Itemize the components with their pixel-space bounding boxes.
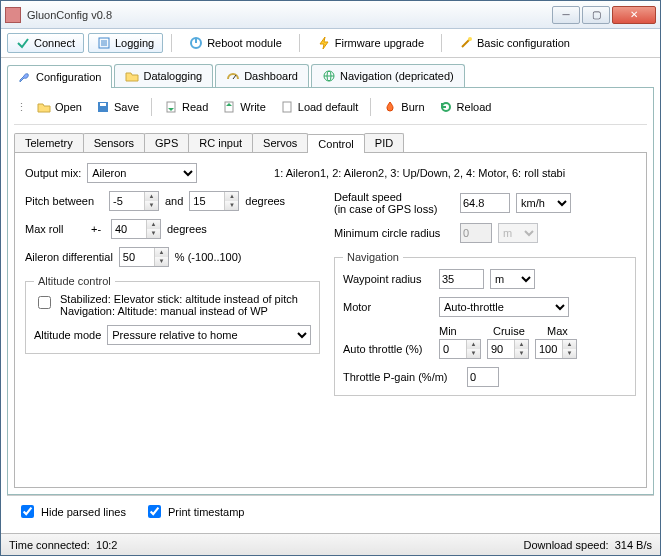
default-speed-unit-select[interactable]: km/h [516,193,571,213]
logging-button[interactable]: Logging [88,33,163,53]
basic-config-button[interactable]: Basic configuration [450,33,579,53]
up-arrow-icon[interactable]: ▲ [144,192,158,201]
top-tabs: Configuration Datalogging Dashboard Navi… [7,64,654,87]
pitch-max-spinner[interactable]: ▲▼ [189,191,239,211]
statusbar: Time connected: 10:2 Download speed: 314… [1,533,660,555]
auto-throttle-cruise-spinner[interactable]: ▲▼ [487,339,529,359]
auto-throttle-label: Auto throttle (%) [343,343,433,355]
hide-parsed-checkbox-label[interactable]: Hide parsed lines [17,502,126,521]
tab-rc-input[interactable]: RC input [188,133,253,152]
main-toolbar: Connect Logging Reboot module Firmware u… [1,29,660,58]
aileron-diff-spinner[interactable]: ▲▼ [119,247,169,267]
wand-icon [459,36,473,50]
minimize-button[interactable]: ─ [552,6,580,24]
app-icon [5,7,21,23]
lightning-icon [317,36,331,50]
tab-datalogging[interactable]: Datalogging [114,64,213,87]
output-mix-legend: 1: Aileron1, 2: Aileron2, 3: Up/Down, 2,… [203,167,636,179]
tab-configuration[interactable]: Configuration [7,65,112,88]
wrench-icon [18,70,32,84]
tab-navigation[interactable]: Navigation (depricated) [311,64,465,87]
throttle-pgain-input[interactable] [467,367,499,387]
auto-throttle-max-spinner[interactable]: ▲▼ [535,339,577,359]
reload-button[interactable]: Reload [433,98,498,116]
svg-point-7 [468,37,472,41]
max-roll-spinner[interactable]: ▲▼ [111,219,161,239]
up-arrow-icon[interactable]: ▲ [154,248,168,257]
window-title: GluonConfig v0.8 [27,9,552,21]
pitch-between-label: Pitch between [25,195,103,207]
content-area: Configuration Datalogging Dashboard Navi… [1,58,660,533]
reboot-button[interactable]: Reboot module [180,33,291,53]
aileron-diff-label: Aileron differential [25,251,113,263]
down-arrow-icon[interactable]: ▼ [144,201,158,210]
disk-icon [96,100,110,114]
pitch-min-spinner[interactable]: ▲▼ [109,191,159,211]
hide-parsed-checkbox[interactable] [21,505,34,518]
altitude-control-legend: Altitude control [34,275,115,287]
down-arrow-icon[interactable]: ▼ [224,201,238,210]
open-button[interactable]: Open [31,98,88,116]
tab-telemetry[interactable]: Telemetry [14,133,84,152]
print-timestamp-checkbox[interactable] [148,505,161,518]
reboot-icon [189,36,203,50]
default-speed-input[interactable] [460,193,510,213]
burn-button[interactable]: Burn [377,98,430,116]
maximize-button[interactable]: ▢ [582,6,610,24]
navigation-fieldset: Navigation Waypoint radius m Motor Auto-… [334,251,636,396]
altitude-mode-select[interactable]: Pressure relative to home [107,325,311,345]
reboot-label: Reboot module [207,37,282,49]
default-speed-label-2: (in case of GPS loss) [334,203,454,215]
tab-servos[interactable]: Servos [252,133,308,152]
up-arrow-icon[interactable]: ▲ [146,220,160,229]
auto-throttle-min-spinner[interactable]: ▲▼ [439,339,481,359]
load-default-button[interactable]: Load default [274,98,365,116]
waypoint-radius-input[interactable] [439,269,484,289]
sub-tabs: Telemetry Sensors GPS RC input Servos Co… [14,133,647,152]
separator [441,34,442,52]
logging-label: Logging [115,37,154,49]
firmware-button[interactable]: Firmware upgrade [308,33,433,53]
waypoint-radius-unit-select[interactable]: m [490,269,535,289]
down-arrow-icon[interactable]: ▼ [154,257,168,266]
max-header: Max [547,325,595,337]
time-connected-label: Time connected: [9,539,90,551]
tab-control[interactable]: Control [307,134,364,153]
down-arrow-icon[interactable]: ▼ [146,229,160,238]
separator [299,34,300,52]
save-button[interactable]: Save [90,98,145,116]
output-mix-select[interactable]: Aileron [87,163,197,183]
gauge-icon [226,69,240,83]
tab-sensors[interactable]: Sensors [83,133,145,152]
stabilized-checkbox[interactable] [38,296,51,309]
motor-select[interactable]: Auto-throttle [439,297,569,317]
tab-pid[interactable]: PID [364,133,404,152]
altitude-mode-label: Altitude mode [34,329,101,341]
write-button[interactable]: Write [216,98,271,116]
stabilized-text-1: Stabilized: Elevator stick: altitude ins… [60,293,298,305]
min-circle-label: Minimum circle radius [334,227,454,239]
file-toolbar: ⋮ Open Save Read Write Load default Burn… [14,94,647,125]
min-header: Min [439,325,487,337]
read-button[interactable]: Read [158,98,214,116]
up-arrow-icon[interactable]: ▲ [224,192,238,201]
firmware-label: Firmware upgrade [335,37,424,49]
tab-dashboard[interactable]: Dashboard [215,64,309,87]
folder-icon [125,69,139,83]
write-icon [222,100,236,114]
connect-label: Connect [34,37,75,49]
logging-icon [97,36,111,50]
tab-gps[interactable]: GPS [144,133,189,152]
cruise-header: Cruise [493,325,541,337]
min-circle-unit-select: m [498,223,538,243]
altitude-control-fieldset: Altitude control Stabilized: Elevator st… [25,275,320,354]
svg-line-8 [233,75,236,79]
default-speed-label-1: Default speed [334,191,454,203]
separator [151,98,152,116]
connect-button[interactable]: Connect [7,33,84,53]
titlebar: GluonConfig v0.8 ─ ▢ ✕ [1,1,660,29]
close-button[interactable]: ✕ [612,6,656,24]
print-timestamp-checkbox-label[interactable]: Print timestamp [144,502,244,521]
separator [370,98,371,116]
svg-rect-13 [100,103,106,106]
